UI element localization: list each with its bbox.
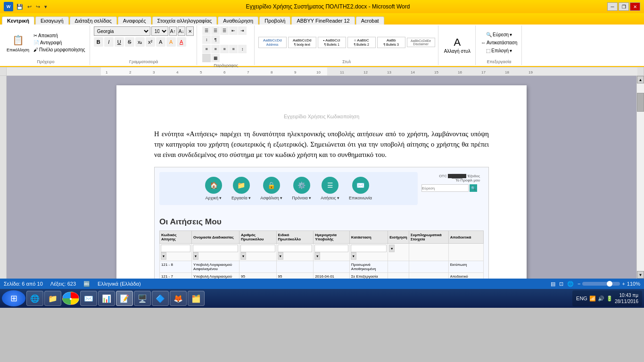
start-button[interactable]: ⊞ xyxy=(2,290,25,306)
filter-date-btn[interactable]: ▼ xyxy=(314,252,320,260)
scroll-thumb[interactable] xyxy=(637,93,644,112)
search-button[interactable]: 🔍 xyxy=(470,184,477,192)
zoom-out-btn[interactable]: − xyxy=(578,281,580,287)
view-fullscreen-icon[interactable]: ⊡ xyxy=(559,281,563,287)
show-marks-btn[interactable]: ¶ xyxy=(211,35,220,44)
zoom-in-btn[interactable]: + xyxy=(622,281,625,287)
tab-home[interactable]: Κεντρική xyxy=(2,16,34,25)
customize-quick-btn[interactable]: ▾ xyxy=(43,3,49,10)
filter-eisigisi-btn[interactable]: ▼ xyxy=(389,245,395,252)
redo-quick-btn[interactable]: ↪ xyxy=(34,3,41,10)
cut-button[interactable]: ✂ Αποκοπή xyxy=(32,33,87,39)
filter-status-input[interactable] xyxy=(351,245,387,252)
line-spacing-btn[interactable]: ↕ xyxy=(238,45,247,53)
tab-view[interactable]: Προβολή xyxy=(259,16,290,25)
underline-button[interactable]: U xyxy=(115,37,124,47)
find-button[interactable]: 🔍 Εύρεση ▾ xyxy=(485,32,513,38)
taskbar-chrome[interactable]: ● xyxy=(62,292,79,305)
filter-spec-btn[interactable]: ▼ xyxy=(278,252,283,260)
view-print-icon[interactable]: ▤ xyxy=(551,281,555,287)
select-button[interactable]: ⬚ Επιλογή ▾ xyxy=(485,48,513,54)
font-size-select[interactable]: 10 xyxy=(151,26,168,36)
strikethrough-button[interactable]: S xyxy=(125,37,134,47)
undo-quick-btn[interactable]: ↩ xyxy=(26,3,33,10)
save-quick-btn[interactable]: 💾 xyxy=(15,3,25,10)
replace-button[interactable]: ↔ Αντικατάσταση xyxy=(479,40,519,46)
zoom-thumb[interactable] xyxy=(607,281,612,287)
change-style-button[interactable]: A Αλλαγή στυλ xyxy=(442,35,472,55)
restore-button[interactable]: ❐ xyxy=(619,2,629,11)
scroll-down-btn[interactable]: ▼ xyxy=(637,271,644,279)
decrease-font-btn[interactable]: A↓ xyxy=(178,26,185,36)
style-bullets3[interactable]: AaBb¶ Bullets 3 xyxy=(377,37,405,48)
tab-review[interactable]: Αναθεώρηση xyxy=(218,16,258,25)
bullets-btn[interactable]: ☰ xyxy=(202,26,211,35)
tab-page-layout[interactable]: Διάταξη σελίδας xyxy=(70,16,117,25)
taskbar-excel[interactable]: 📊 xyxy=(98,291,115,306)
italic-button[interactable]: I xyxy=(104,37,114,47)
filter-proto-input[interactable] xyxy=(240,245,275,252)
filter-proto-btn[interactable]: ▼ xyxy=(240,252,246,260)
taskbar-mail[interactable]: ✉️ xyxy=(80,291,97,306)
tab-acrobat[interactable]: Acrobat xyxy=(356,16,384,25)
page-info: Σελίδα: 6 από 10 xyxy=(4,281,43,287)
filter-date-input[interactable] xyxy=(314,245,348,252)
align-center-btn[interactable]: ≡ xyxy=(211,45,220,53)
style-body-text[interactable]: AaBbCcDd¶ body-text xyxy=(288,37,316,48)
taskbar-ie[interactable]: 🌐 xyxy=(26,291,43,306)
highlight-button[interactable]: A xyxy=(166,37,176,47)
svg-text:4: 4 xyxy=(176,70,179,74)
bold-button[interactable]: B xyxy=(94,37,103,47)
taskbar-word[interactable]: 📝 xyxy=(116,291,133,306)
filter-date: ▼ xyxy=(314,244,350,261)
tray-volume[interactable]: 🔊 xyxy=(598,296,604,302)
filter-process-btn[interactable]: ▼ xyxy=(193,252,198,260)
filter-spec-input[interactable] xyxy=(278,245,313,252)
numbering-btn[interactable]: ☰ xyxy=(211,26,220,35)
close-button[interactable]: ✕ xyxy=(630,2,640,11)
align-left-btn[interactable]: ≡ xyxy=(202,45,211,53)
font-color-button[interactable]: A xyxy=(177,37,186,47)
filter-id-input[interactable] xyxy=(161,245,190,252)
style-bullets2[interactable]: ○ AaBbC¶ Bullets 2 xyxy=(347,37,376,48)
multilevel-btn[interactable]: ☰ xyxy=(220,26,229,35)
justify-btn[interactable]: ≡ xyxy=(229,45,238,53)
paste-button[interactable]: 📋 Επικόλληση xyxy=(5,32,31,53)
minimize-button[interactable]: ─ xyxy=(607,2,618,11)
subscript-button[interactable]: x₂ xyxy=(135,37,145,47)
filter-status-btn[interactable]: ▼ xyxy=(351,252,356,260)
taskbar-firefox[interactable]: 🦊 xyxy=(170,291,187,306)
tab-insert[interactable]: Εισαγωγή xyxy=(35,16,69,25)
right-scrollbar[interactable]: ▲ ▼ xyxy=(636,76,644,279)
shading-btn[interactable] xyxy=(202,54,211,62)
clear-format-btn[interactable]: ✕ xyxy=(186,26,194,36)
zoom-slider[interactable] xyxy=(582,282,620,286)
tab-abbyy[interactable]: ABBYY FineReader 12 xyxy=(291,16,355,25)
style-address[interactable]: AaBbCcDdAddress xyxy=(258,37,287,48)
copy-button[interactable]: 📄 Αντιγραφή xyxy=(32,40,87,46)
taskbar-explorer[interactable]: 📁 xyxy=(44,291,61,306)
borders-btn[interactable]: ▦ xyxy=(211,54,220,62)
filter-id-btn[interactable]: ▼ xyxy=(161,252,166,260)
superscript-button[interactable]: x² xyxy=(146,37,155,47)
font-name-select[interactable]: Georgia xyxy=(94,26,150,36)
format-painter-button[interactable]: 🖌 Πινέλο μορφοποίησης xyxy=(32,47,87,53)
taskbar-app1[interactable]: 🖥️ xyxy=(134,291,151,306)
increase-font-btn[interactable]: A↑ xyxy=(169,26,177,36)
decrease-indent-btn[interactable]: ⇤ xyxy=(229,26,238,35)
tab-mailings[interactable]: Στοιχεία αλληλογραφίας xyxy=(152,16,217,25)
align-right-btn[interactable]: ≡ xyxy=(220,45,229,53)
text-effects-button[interactable]: A xyxy=(156,37,165,47)
filter-process-input[interactable] xyxy=(193,245,238,252)
scroll-up-btn[interactable]: ▲ xyxy=(637,76,644,83)
taskbar-app3[interactable]: 🗂️ xyxy=(188,291,205,306)
tab-references[interactable]: Αναφορές xyxy=(118,16,151,25)
view-web-icon[interactable]: 🌐 xyxy=(567,281,574,287)
taskbar-app2[interactable]: 🔷 xyxy=(152,291,169,306)
search-input[interactable] xyxy=(421,184,469,192)
document-content[interactable]: Εγχειρίδιο Χρήσεις Κωδικοποίηση Η ενότητ… xyxy=(7,76,636,279)
style-disclaimer[interactable]: AaBbCcDdEeDisclaimer xyxy=(407,38,435,47)
sort-btn[interactable]: ↕ xyxy=(202,35,211,44)
increase-indent-btn[interactable]: ⇥ xyxy=(238,26,247,35)
style-bullets1[interactable]: • AaBbCcI¶ Bullets 1 xyxy=(318,37,346,48)
